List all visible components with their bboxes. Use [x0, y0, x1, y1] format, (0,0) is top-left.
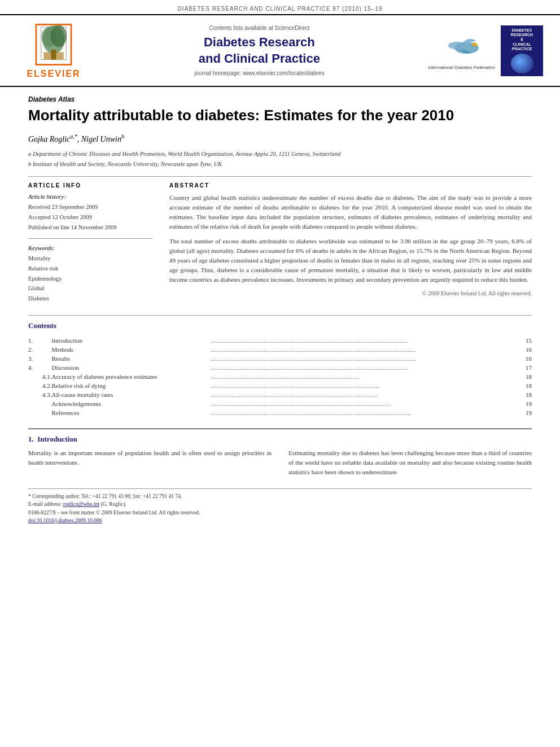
toc-label-4-3: All-cause mortality rates — [52, 390, 211, 399]
affil-a: a Department of Chronic Diseases and Hea… — [28, 150, 532, 159]
drcp-logo: DIABETESRESEARCH&CLINICALPRACTICE — [501, 25, 543, 76]
toc-page-4: 17 — [520, 363, 532, 372]
toc-num-3: 3. — [28, 354, 52, 363]
affiliations: a Department of Chronic Diseases and Hea… — [28, 150, 532, 169]
journal-center: Contents lists available at ScienceDirec… — [90, 25, 428, 76]
author-unwin-sup: b — [121, 133, 124, 139]
keyword-relative-risk: Relative risk — [28, 264, 152, 274]
footnote-corresponding: * Corresponding author. Tel.: +41 22 791… — [28, 492, 532, 500]
section-title: Introduction — [37, 435, 77, 443]
toc-page-ack: 19 — [520, 399, 532, 408]
toc-table: 1. Introduction ........................… — [28, 336, 532, 417]
sciencedirect-label: Contents lists available at ScienceDirec… — [209, 25, 309, 31]
article-info-header: ARTICLE INFO — [28, 182, 152, 189]
intro-left-text: Mortality is an important measure of pop… — [28, 448, 272, 468]
toc-row-1: 1. Introduction ........................… — [28, 336, 532, 345]
article-info-abstract: ARTICLE INFO Article history: Received 2… — [28, 182, 532, 304]
toc-row-4-3: 4.3. All-cause mortality rates .........… — [28, 390, 532, 399]
toc-row-4: 4. Discussion ..........................… — [28, 363, 532, 372]
toc-num-4-1: 4.1. — [28, 372, 52, 381]
toc-page-ref: 19 — [520, 408, 532, 417]
toc-label-4-1: Accuracy of diabetes prevalence estimate… — [52, 372, 211, 381]
email-link[interactable]: roglicg@who.int — [63, 501, 99, 507]
toc-page-4-3: 18 — [520, 390, 532, 399]
toc-label-ack: Acknowledgements — [52, 399, 211, 408]
toc-dots-ref: ........................................… — [211, 408, 520, 417]
toc-num-ref — [28, 408, 52, 417]
abstract-header: ABSTRACT — [169, 182, 532, 189]
toc-row-ref: References .............................… — [28, 408, 532, 417]
toc-dots-3: ........................................… — [211, 354, 520, 363]
article-info-col: ARTICLE INFO Article history: Received 2… — [28, 182, 152, 304]
article-body: Diabetes Atlas Mortality attributable to… — [0, 87, 560, 536]
svg-point-10 — [472, 43, 478, 46]
intro-left: Mortality is an important measure of pop… — [28, 448, 272, 477]
divider-1 — [28, 176, 532, 177]
intro-right-text: Estimating mortality due to diabetes has… — [288, 448, 532, 477]
toc-row-ack: Acknowledgements .......................… — [28, 399, 532, 408]
keyword-global: Global — [28, 283, 152, 294]
copyright: © 2009 Elsevier Ireland Ltd. All rights … — [169, 289, 532, 298]
abstract-text: Country and global health statistics und… — [169, 193, 532, 298]
toc-row-2: 2. Methods .............................… — [28, 345, 532, 354]
divider-info — [28, 238, 152, 239]
journal-name: DIABETES RESEARCH AND CLINICAL PRACTICE … — [177, 6, 382, 12]
article-title: Mortality attributable to diabetes: Esti… — [28, 107, 532, 124]
keyword-diabetes: Diabetes — [28, 294, 152, 304]
toc-label-1: Introduction — [52, 336, 211, 345]
affil-a-text: a Department of Chronic Diseases and Hea… — [28, 150, 340, 159]
elsevier-tree-icon — [31, 22, 76, 67]
abstract-para1: Country and global health statistics und… — [169, 193, 532, 231]
toc-label-3: Results — [52, 354, 211, 363]
affil-b: b Institute of Health and Society, Newca… — [28, 160, 532, 169]
toc-dots-4-2: ........................................… — [211, 381, 520, 390]
toc-num-4-2: 4.2. — [28, 381, 52, 390]
journal-header: DIABETES RESEARCH AND CLINICAL PRACTICE … — [0, 0, 560, 14]
drcp-circle-icon — [511, 54, 533, 73]
toc-page-4-1: 18 — [520, 372, 532, 381]
toc-label-2: Methods — [52, 345, 211, 354]
doi-label[interactable]: doi:10.1016/j.diabres.2009.10.006 — [28, 518, 102, 523]
toc-dots-4-3: ........................................… — [211, 390, 520, 399]
keyword-epidemiology: Epidemiology — [28, 274, 152, 284]
toc-dots-4: ........................................… — [211, 363, 520, 372]
svg-point-4 — [51, 25, 67, 47]
toc-page-4-2: 18 — [520, 381, 532, 390]
footnote-issn: 0168-8227/$ – see front matter © 2009 El… — [28, 509, 532, 517]
history-label: Article history: — [28, 193, 152, 200]
published-date: Published on line 14 November 2009 — [28, 222, 152, 233]
author-unwin: Nigel Unwin — [81, 135, 121, 143]
abstract-col: ABSTRACT Country and global health stati… — [169, 182, 532, 304]
section-tag: Diabetes Atlas — [28, 95, 532, 103]
idf-bird-icon — [439, 31, 484, 65]
affil-b-text: b Institute of Health and Society, Newca… — [28, 160, 222, 169]
intro-right: Estimating mortality due to diabetes has… — [288, 448, 532, 477]
page: DIABETES RESEARCH AND CLINICAL PRACTICE … — [0, 0, 560, 747]
toc-label-4-2: Relative risk of dying — [52, 381, 211, 390]
toc-label-4: Discussion — [52, 363, 211, 372]
intro-two-col: Mortality is an important measure of pop… — [28, 448, 532, 477]
header-logo-section: ELSEVIER Contents lists available at Sci… — [0, 15, 560, 87]
accepted-date: Accepted 12 October 2009 — [28, 212, 152, 222]
journal-title: Diabetes Research and Clinical Practice — [199, 34, 320, 67]
intro-header: 1. Introduction — [28, 435, 532, 444]
idf-logo: International Diabetes Federation — [428, 31, 495, 70]
toc-num-ack — [28, 399, 52, 408]
author-roglic: Gojka Roglic — [28, 135, 70, 143]
toc-dots-ack: ........................................… — [211, 399, 520, 408]
footnote-email: E-mail address: roglicg@who.int (G. Rogl… — [28, 500, 532, 508]
section-num: 1. — [28, 435, 34, 443]
idf-label: International Diabetes Federation — [428, 65, 495, 70]
toc-row-3: 3. Results .............................… — [28, 354, 532, 363]
abstract-para2: The total number of excess deaths attrib… — [169, 237, 532, 285]
elsevier-label: ELSEVIER — [27, 69, 80, 79]
contents-section: Contents 1. Introduction ...............… — [28, 315, 532, 417]
toc-num-2: 2. — [28, 345, 52, 354]
toc-num-4: 4. — [28, 363, 52, 372]
received-date: Received 23 September 2009 — [28, 202, 152, 212]
author-roglic-sup: a,* — [70, 133, 77, 139]
keywords-label: Keywords: — [28, 244, 152, 251]
drcp-label: DIABETESRESEARCH&CLINICALPRACTICE — [511, 28, 533, 52]
footnotes-section: * Corresponding author. Tel.: +41 22 791… — [28, 488, 532, 525]
journal-homepage: journal homepage: www.elsevier.com/locat… — [194, 70, 324, 76]
